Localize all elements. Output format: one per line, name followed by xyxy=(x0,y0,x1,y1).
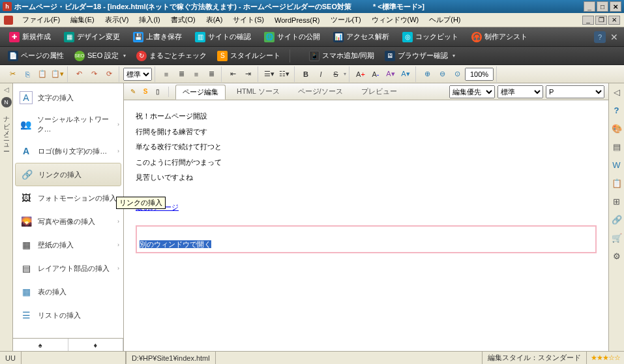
sidebar-item-logo[interactable]: Aロゴ(飾り文字)の挿…› xyxy=(13,139,123,163)
align-left-button[interactable]: ≡ xyxy=(159,67,173,81)
right-collapse-icon[interactable]: ◁ xyxy=(611,86,623,98)
new-button[interactable]: ✚新規作成 xyxy=(4,30,56,44)
menu-table[interactable]: 表(A) xyxy=(201,14,228,26)
doc-line[interactable]: 行間を開ける練習です xyxy=(136,126,597,138)
sidebar-item-layout-parts[interactable]: ▤レイアウト部品の挿入› xyxy=(13,257,123,280)
stylesheet-button[interactable]: Sスタイルシート xyxy=(213,49,284,63)
smartphone-sync-button[interactable]: 📱スマホ追加/同期 xyxy=(305,49,378,63)
zoom-input[interactable] xyxy=(465,68,494,81)
doc-line[interactable]: 単なる改行で続けて打つと xyxy=(136,141,597,153)
link-tool-icon[interactable]: 🔗 xyxy=(611,214,623,225)
selected-text[interactable]: 別のウィンドウで開く xyxy=(140,240,211,248)
zoom-in-button[interactable]: ⊕ xyxy=(420,67,434,81)
design-change-button[interactable]: ▦デザイン変更 xyxy=(59,30,125,44)
tab-html-source[interactable]: HTML ソース xyxy=(230,84,287,99)
site-publish-button[interactable]: 🌐サイトの公開 xyxy=(259,30,325,44)
mdi-restore-button[interactable]: ❐ xyxy=(595,16,607,25)
cut-button[interactable]: ✂ xyxy=(5,67,20,81)
browser-confirm-button[interactable]: 🖥ブラウザー確認 xyxy=(381,49,459,63)
align-justify-button[interactable]: ≣ xyxy=(204,67,218,81)
font-color-button[interactable]: A▾ xyxy=(383,67,398,81)
menu-site[interactable]: サイト(S) xyxy=(228,14,269,26)
save-button[interactable]: 💾上書き保存 xyxy=(128,30,187,44)
bold-button[interactable]: B xyxy=(299,67,313,81)
copy-button[interactable]: ⎘ xyxy=(20,67,35,81)
nav-n-icon[interactable]: N xyxy=(1,97,12,107)
seo-settings-button[interactable]: SEOSEO 設定 xyxy=(70,49,130,63)
italic-button[interactable]: I xyxy=(314,67,328,81)
list-ul-button[interactable]: ☰▾ xyxy=(262,67,276,81)
tab-page-source[interactable]: ページ/ソース xyxy=(291,84,350,99)
editor-body[interactable]: 祝！ホームページ開設 行間を開ける練習です 単なる改行で続けて打つと このように… xyxy=(124,100,608,351)
menu-insert[interactable]: 挿入(I) xyxy=(134,14,165,26)
help-tool-icon[interactable]: ? xyxy=(611,104,623,116)
sidebar-item-link-insert[interactable]: 🔗リンクの挿入 xyxy=(15,163,121,186)
properties-tool-icon[interactable]: ⚙ xyxy=(611,250,623,262)
doc-icon[interactable]: ▯ xyxy=(153,87,163,97)
layout-tool-icon[interactable]: ⊞ xyxy=(611,195,623,207)
s-icon[interactable]: S xyxy=(140,87,151,97)
creation-assist-button[interactable]: 🎧制作アシスト xyxy=(466,30,533,44)
zoom-out-button[interactable]: ⊖ xyxy=(435,67,449,81)
paste-special-button[interactable]: 📋▾ xyxy=(50,67,65,81)
align-center-button[interactable]: ≣ xyxy=(174,67,188,81)
help-icon[interactable]: ? xyxy=(594,31,606,43)
doc-line[interactable]: このように行間がつまって xyxy=(136,157,597,169)
layers-tool-icon[interactable]: ▤ xyxy=(611,141,623,152)
maximize-button[interactable]: □ xyxy=(597,1,608,12)
whole-check-button[interactable]: ↻まるごとチェック xyxy=(132,49,211,63)
align-right-button[interactable]: ≡ xyxy=(189,67,203,81)
mdi-minimize-button[interactable]: _ xyxy=(582,16,594,25)
minimize-button[interactable]: _ xyxy=(584,1,595,12)
strip-collapse-icon[interactable]: ◁ xyxy=(4,86,9,93)
strike-button[interactable]: S xyxy=(329,67,343,81)
history-button[interactable]: ⟳ xyxy=(102,67,116,81)
mdi-close-button[interactable]: ✕ xyxy=(608,16,620,25)
sidebar-item-wallpaper[interactable]: ▦壁紙の挿入› xyxy=(13,233,123,257)
font-size-up-button[interactable]: A+ xyxy=(353,67,368,81)
doc-line[interactable]: 祝！ホームページ開設 xyxy=(136,111,597,122)
sidebar-item-table[interactable]: ▦表の挿入 xyxy=(13,280,123,303)
edit-priority-select[interactable]: 編集優先 xyxy=(449,85,495,98)
palette-tool-icon[interactable]: 🎨 xyxy=(611,122,623,134)
paragraph-select[interactable]: P xyxy=(546,85,604,98)
menu-format[interactable]: 書式(O) xyxy=(166,14,201,26)
cart-tool-icon[interactable]: 🛒 xyxy=(611,232,623,244)
zoom-fit-button[interactable]: ⊙ xyxy=(450,67,464,81)
font-style-button[interactable]: A▾ xyxy=(398,67,413,81)
sidebar-item-text-insert[interactable]: A文字の挿入 xyxy=(13,86,123,109)
menu-edit[interactable]: 編集(E) xyxy=(65,14,100,26)
access-analysis-button[interactable]: 📊アクセス解析 xyxy=(328,30,394,44)
tab-preview[interactable]: プレビュー xyxy=(354,84,404,99)
sidebar-item-list[interactable]: ☰リストの挿入 xyxy=(13,303,123,327)
sidebar-item-image[interactable]: 🌄写真や画像の挿入› xyxy=(13,210,123,233)
undo-button[interactable]: ↶ xyxy=(72,67,86,81)
sidebar-scroll-down[interactable]: ♦ xyxy=(68,339,124,351)
doc-line[interactable]: 見苦しいですよね xyxy=(136,172,597,184)
clipboard-tool-icon[interactable]: 📋 xyxy=(611,177,623,189)
menu-view[interactable]: 表示(V) xyxy=(100,14,134,26)
sidebar-item-social[interactable]: 👥ソーシャルネットワーク…› xyxy=(13,109,123,139)
redo-button[interactable]: ↷ xyxy=(87,67,101,81)
close-button[interactable]: ✕ xyxy=(610,1,621,12)
paste-button[interactable]: 📋 xyxy=(35,67,50,81)
sidebar-scroll-up[interactable]: ♠ xyxy=(13,339,68,351)
page-props-button[interactable]: 📄ページの属性 xyxy=(4,49,68,63)
list-ol-button[interactable]: ☷▾ xyxy=(277,67,291,81)
menu-wordpress[interactable]: WordPress(R) xyxy=(269,15,325,25)
standard-select[interactable]: 標準 xyxy=(498,85,543,98)
site-confirm-button[interactable]: ▥サイトの確認 xyxy=(190,30,256,44)
cockpit-button[interactable]: ◎コックピット xyxy=(397,30,464,44)
pencil-icon[interactable]: ✎ xyxy=(128,87,138,97)
ribbon-close-icon[interactable]: ✕ xyxy=(608,31,620,43)
paragraph-style-select[interactable]: 標準 xyxy=(123,68,152,81)
sidebar-item-photomotion[interactable]: 🖼フォトモーションの挿入 xyxy=(13,186,123,210)
selection-box[interactable]: 別のウィンドウで開く xyxy=(136,225,597,253)
menu-window[interactable]: ウィンドウ(W) xyxy=(366,14,424,26)
menu-tools[interactable]: ツール(T) xyxy=(325,14,366,26)
menu-file[interactable]: ファイル(F) xyxy=(17,14,65,26)
tab-page-edit[interactable]: ページ編集 xyxy=(175,85,226,100)
indent-increase-button[interactable]: ⇥ xyxy=(241,67,255,81)
indent-decrease-button[interactable]: ⇤ xyxy=(226,67,240,81)
globe-tool-icon[interactable]: W xyxy=(611,159,623,171)
